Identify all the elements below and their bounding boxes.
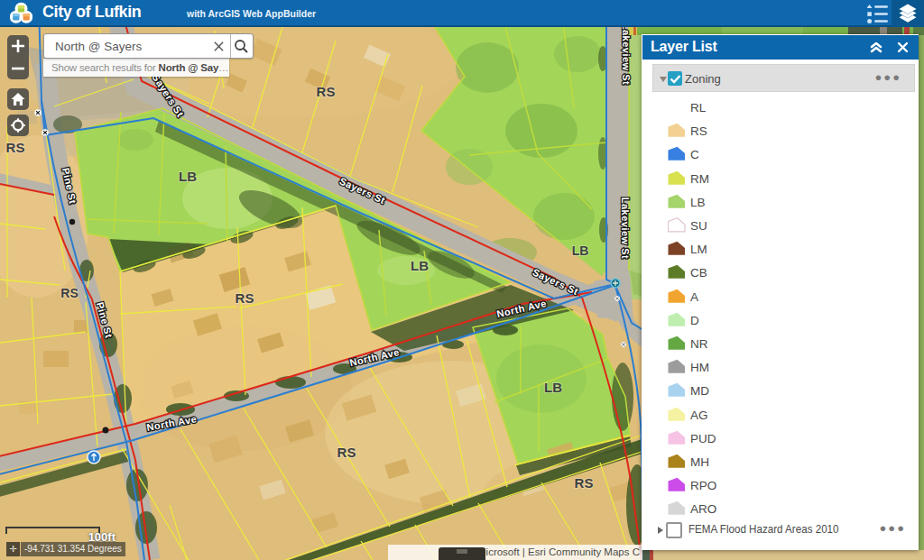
svg-text:Lakeview St: Lakeview St [620, 197, 631, 259]
svg-text:RS: RS [236, 290, 254, 306]
svg-text:RS: RS [317, 84, 336, 99]
svg-text:Lakeview St: Lakeview St [621, 23, 632, 85]
svg-text:LB: LB [179, 169, 197, 184]
svg-text:RS: RS [6, 140, 25, 155]
svg-text:LB: LB [411, 258, 429, 273]
svg-text:RS: RS [575, 475, 594, 491]
svg-text:LB: LB [572, 243, 589, 258]
svg-text:RS: RS [337, 445, 356, 460]
svg-text:RS: RS [60, 286, 78, 300]
svg-text:LB: LB [544, 380, 562, 395]
